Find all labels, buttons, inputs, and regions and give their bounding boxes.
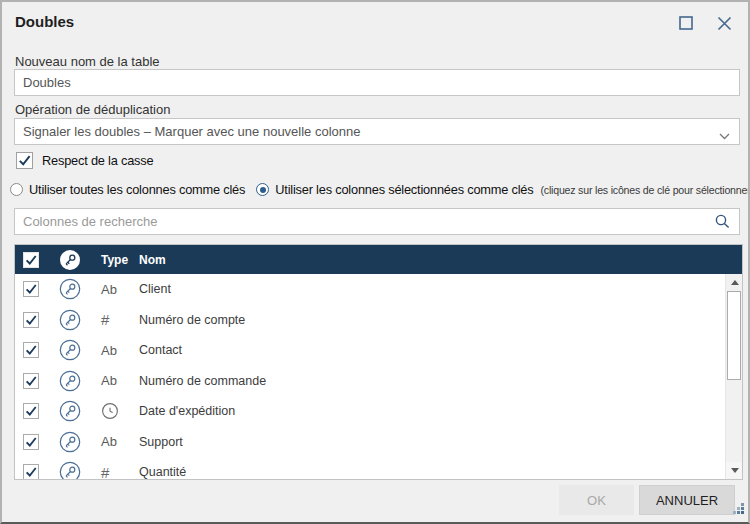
key-icon[interactable] [55,339,85,361]
select-all-checkbox[interactable] [23,252,39,268]
row-checkbox[interactable] [23,403,39,419]
radio-selected-icon [256,183,269,196]
type-label: Ab [101,343,117,358]
type-label: Ab [101,434,117,449]
column-name: Contact [129,343,725,357]
doubles-dialog: Doubles Nouveau nom de la table Opératio… [0,0,750,524]
cancel-button[interactable]: ANNULER [639,485,735,515]
column-name: Numéro de commande [129,374,725,388]
scrollbar-thumb[interactable] [727,291,741,380]
type-label: # [101,311,109,328]
key-icon[interactable] [55,461,85,479]
table-row[interactable]: Ab Numéro de commande [15,366,725,397]
triangle-up-icon [731,280,739,285]
dedup-select[interactable]: Signaler les doubles – Marquer avec une … [14,118,740,145]
column-name: Numéro de compte [129,313,725,327]
key-icon[interactable] [55,431,85,453]
column-name: Support [129,435,725,449]
table-row[interactable]: # Numéro de compte [15,305,725,336]
key-mode-hint: (cliquez sur les icônes de clé pour séle… [540,184,750,196]
type-label: # [101,464,109,479]
type-cell [85,402,129,420]
scroll-down-button[interactable] [726,462,743,479]
type-label: Ab [101,373,117,388]
scroll-up-button[interactable] [726,274,743,291]
columns-table: Type Nom Ab Client # [14,244,743,480]
close-button[interactable] [714,13,734,33]
dedup-selected-value: Signaler les doubles – Marquer avec une … [23,124,361,139]
table-row[interactable]: Ab Support [15,427,725,458]
radio-selected-columns[interactable]: Utiliser les colonnes sélectionnées comm… [256,182,533,197]
table-row[interactable]: Ab Client [15,274,725,305]
clock-icon [101,402,119,420]
type-cell: Ab [85,343,129,358]
type-label: Ab [101,282,117,297]
chevron-down-icon [719,128,730,143]
table-row[interactable]: # Quantité [15,457,725,479]
radio-unselected-icon [10,183,23,196]
search-input[interactable] [14,208,740,235]
case-sensitive-checkbox[interactable]: Respect de la casse [16,152,153,169]
resize-grip-icon[interactable] [732,501,745,519]
key-icon[interactable] [55,370,85,392]
row-checkbox[interactable] [23,373,39,389]
table-header: Type Nom [15,245,742,274]
radio-all-columns[interactable]: Utiliser toutes les colonnes comme clés [10,182,245,197]
dialog-title: Doubles [15,13,74,30]
table-body: Ab Client # Numéro de compte Ab [15,274,725,479]
key-mode-group: Utiliser toutes les colonnes comme clés … [10,182,744,197]
key-icon[interactable] [55,278,85,300]
table-name-label: Nouveau nom de la table [15,54,160,69]
checkbox-icon [16,152,33,169]
type-cell: Ab [85,282,129,297]
type-cell: # [85,311,129,328]
table-name-input[interactable] [14,69,740,96]
header-name: Nom [129,253,742,267]
key-icon[interactable] [55,309,85,331]
key-icon[interactable] [55,400,85,422]
type-cell: Ab [85,434,129,449]
close-icon [716,15,733,32]
type-cell: Ab [85,373,129,388]
row-checkbox[interactable] [23,434,39,450]
triangle-down-icon [731,468,739,473]
maximize-button[interactable] [676,13,696,33]
radio-selected-columns-label: Utiliser les colonnes sélectionnées comm… [275,182,533,197]
header-type: Type [85,253,129,267]
ok-button[interactable]: OK [559,485,634,515]
row-checkbox[interactable] [23,464,39,479]
title-bar: Doubles [2,2,748,46]
maximize-icon [678,15,694,31]
radio-all-columns-label: Utiliser toutes les colonnes comme clés [29,182,245,197]
type-cell: # [85,464,129,479]
header-key-icon[interactable] [55,249,85,271]
vertical-scrollbar[interactable] [725,274,742,479]
dedup-label: Opération de déduplication [15,102,170,117]
row-checkbox[interactable] [23,312,39,328]
column-name: Date d'expédition [129,404,725,418]
column-name: Quantité [129,465,725,479]
case-sensitive-label: Respect de la casse [42,153,153,168]
table-row[interactable]: Ab Contact [15,335,725,366]
row-checkbox[interactable] [23,281,39,297]
table-row[interactable]: Date d'expédition [15,396,725,427]
row-checkbox[interactable] [23,342,39,358]
column-name: Client [129,282,725,296]
